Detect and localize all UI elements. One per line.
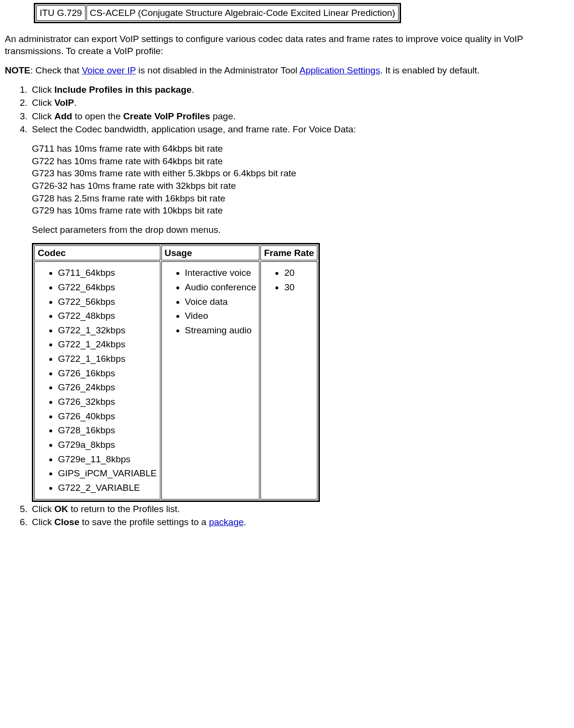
step-6-text-d: . bbox=[244, 517, 246, 527]
step-5-text-a: Click bbox=[32, 504, 54, 514]
step-3-text-e: page. bbox=[210, 111, 236, 121]
list-item: G722_1_24kbps bbox=[58, 338, 157, 351]
codec-definition-table: ITU G.729 CS-ACELP (Conjugate Structure … bbox=[34, 3, 401, 23]
package-link[interactable]: package bbox=[209, 517, 244, 527]
params-cell-frame-rate: 20 30 bbox=[260, 261, 317, 499]
codec-line: G711 has 10ms frame rate with 64kbps bit… bbox=[32, 143, 569, 155]
list-item: G722_56kbps bbox=[58, 296, 157, 308]
codec-line: G728 has 2.5ms frame rate with 16kbps bi… bbox=[32, 192, 569, 205]
params-cell-usage: Interactive voice Audio conference Voice… bbox=[161, 261, 260, 499]
application-settings-link[interactable]: Application Settings bbox=[300, 65, 380, 75]
codec-line: G723 has 30ms frame rate with either 5.3… bbox=[32, 167, 569, 180]
codec-line: G726-32 has 10ms frame rate with 32kbps … bbox=[32, 180, 569, 192]
step-2-text-a: Click bbox=[32, 98, 54, 108]
step-1: Click Include Profiles in this package. bbox=[30, 84, 569, 96]
codec-definition-right: CS-ACELP (Conjugate Structure Algebraic-… bbox=[86, 5, 399, 21]
step-5-text-c: to return to the Profiles list. bbox=[68, 504, 180, 514]
list-item: G722_2_VARIABLE bbox=[58, 482, 157, 494]
list-item: G726_40kbps bbox=[58, 410, 157, 423]
list-item: Video bbox=[185, 310, 257, 322]
step-3-text-a: Click bbox=[32, 111, 54, 121]
step-4: Select the Codec bandwidth, application … bbox=[30, 123, 569, 501]
list-item: 20 bbox=[284, 267, 314, 279]
step-1-text-a: Click bbox=[32, 85, 54, 95]
step-2-bold: VoIP bbox=[54, 98, 74, 108]
step-3-bold-1: Add bbox=[54, 111, 72, 121]
step-3-bold-2: Create VoIP Profiles bbox=[123, 111, 210, 121]
params-cell-codec: G711_64kbps G722_64kbps G722_56kbps G722… bbox=[34, 261, 160, 499]
step-3-text-c: to open the bbox=[72, 111, 123, 121]
intro-paragraph: An administrator can export VoIP setting… bbox=[5, 33, 569, 57]
list-item: G722_48kbps bbox=[58, 310, 157, 322]
note-paragraph: NOTE: Check that Voice over IP is not di… bbox=[5, 64, 569, 77]
step-4-text: Select the Codec bandwidth, application … bbox=[32, 124, 356, 134]
usage-list: Interactive voice Audio conference Voice… bbox=[165, 267, 257, 336]
list-item: 30 bbox=[284, 281, 314, 294]
step-2: Click VoIP. bbox=[30, 97, 569, 109]
step-1-bold: Include Profiles in this package bbox=[54, 85, 191, 95]
codec-list: G711_64kbps G722_64kbps G722_56kbps G722… bbox=[38, 267, 157, 494]
step-2-text-c: . bbox=[74, 98, 76, 108]
params-header-codec: Codec bbox=[34, 245, 160, 261]
step-6-text-c: to save the profile settings to a bbox=[79, 517, 209, 527]
voice-over-ip-link[interactable]: Voice over IP bbox=[82, 65, 136, 75]
list-item: Audio conference bbox=[185, 281, 257, 294]
list-item: G722_64kbps bbox=[58, 281, 157, 294]
step-3: Click Add to open the Create VoIP Profil… bbox=[30, 110, 569, 123]
list-item: G728_16kbps bbox=[58, 424, 157, 437]
step-6-bold: Close bbox=[54, 517, 79, 527]
steps-list: Click Include Profiles in this package. … bbox=[5, 84, 569, 528]
list-item: GIPS_iPCM_VARIABLE bbox=[58, 467, 157, 480]
list-item: G726_32kbps bbox=[58, 396, 157, 408]
list-item: G729e_11_8kbps bbox=[58, 453, 157, 466]
list-item: G726_24kbps bbox=[58, 381, 157, 394]
note-text-mid: is not disabled in the Administrator Too… bbox=[136, 65, 300, 75]
params-table: Codec Usage Frame Rate G711_64kbps G722_… bbox=[32, 243, 320, 502]
list-item: Streaming audio bbox=[185, 324, 257, 337]
list-item: G711_64kbps bbox=[58, 267, 157, 279]
codec-line: G722 has 10ms frame rate with 64kbps bit… bbox=[32, 155, 569, 168]
params-header-usage: Usage bbox=[161, 245, 260, 261]
step-6-text-a: Click bbox=[32, 517, 54, 527]
codec-line: G729 has 10ms frame rate with 10kbps bit… bbox=[32, 204, 569, 217]
select-params-text: Select parameters from the drop down men… bbox=[32, 224, 569, 236]
note-text-after: . It is enabled by default. bbox=[380, 65, 480, 75]
step-5: Click OK to return to the Profiles list. bbox=[30, 503, 569, 515]
params-header-frame-rate: Frame Rate bbox=[260, 245, 317, 261]
list-item: Voice data bbox=[185, 296, 257, 308]
note-text-before: : Check that bbox=[30, 65, 82, 75]
list-item: G722_1_16kbps bbox=[58, 353, 157, 365]
list-item: G722_1_32kbps bbox=[58, 324, 157, 337]
codec-definition-left: ITU G.729 bbox=[36, 5, 86, 21]
step-5-bold: OK bbox=[54, 504, 68, 514]
step-1-text-c: . bbox=[191, 85, 194, 95]
list-item: G729a_8kbps bbox=[58, 439, 157, 451]
list-item: Interactive voice bbox=[185, 267, 257, 279]
note-label: NOTE bbox=[5, 65, 30, 75]
frame-rate-list: 20 30 bbox=[264, 267, 314, 293]
list-item: G726_16kbps bbox=[58, 367, 157, 380]
codec-lines-block: G711 has 10ms frame rate with 64kbps bit… bbox=[32, 143, 569, 217]
step-6: Click Close to save the profile settings… bbox=[30, 516, 569, 528]
